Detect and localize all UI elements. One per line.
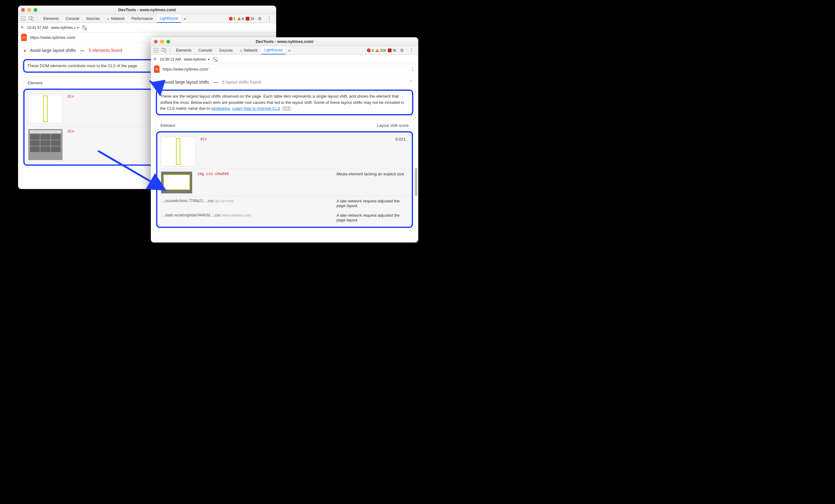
learn-more-link[interactable]: Learn how to improve CLS	[232, 106, 280, 111]
table-row[interactable]: div 0.021	[159, 134, 410, 169]
windowing-link[interactable]: windowing	[211, 106, 230, 111]
element-thumbnail	[161, 137, 195, 166]
coverage-badge[interactable]: 75	[388, 48, 396, 52]
chevron-up-icon[interactable]: ⌃	[410, 80, 413, 85]
new-report-icon[interactable]: +	[21, 24, 24, 31]
audit-header[interactable]: Avoid large layout shifts — 6 layout shi…	[156, 78, 413, 86]
highlighted-rows: div 0.021 img.css-o9w048 Media element l…	[156, 131, 413, 228]
tab-sources[interactable]: Sources	[216, 46, 236, 55]
gear-icon[interactable]: ⚙	[398, 48, 406, 53]
separator	[37, 16, 38, 21]
tab-performance[interactable]: Performance	[128, 14, 156, 23]
kebab-icon[interactable]: ⋮	[410, 66, 415, 72]
cause-text: A late network request adjusted the page…	[337, 213, 408, 222]
coverage-badge[interactable]: 19	[246, 17, 254, 21]
element-thumbnail	[161, 172, 192, 193]
lighthouse-subbar: + 10:39:13 AM - www.nytimes.	[151, 55, 418, 64]
table-row[interactable]: …static-assets/global-f449cfd….css (www.…	[159, 210, 410, 225]
devtools-tabstrip: Elements Console Sources Network Perform…	[18, 14, 276, 23]
element-code: img.css-o9w048	[197, 172, 229, 176]
element-code: div	[67, 94, 74, 99]
report-select[interactable]: 10:41:57 AM - www.nytimes.c	[27, 25, 79, 30]
resource-path: …css/web-fonts.7705b21….css (g1.nyt.com)	[161, 199, 331, 203]
col-element: Element	[161, 123, 176, 128]
error-badge[interactable]: 1	[229, 17, 236, 21]
tab-sources[interactable]: Sources	[83, 14, 103, 23]
lighthouse-icon	[154, 66, 160, 73]
warning-badge[interactable]: 6	[237, 17, 244, 21]
report-select[interactable]: 10:39:13 AM - www.nytimes.	[160, 57, 210, 62]
audit-description: These are the largest layout shifts obse…	[156, 89, 413, 115]
report-body: Avoid large layout shifts — 6 layout shi…	[151, 75, 418, 243]
resource-path: …static-assets/global-f449cfd….css (www.…	[161, 213, 331, 217]
tab-network[interactable]: Network	[236, 46, 261, 55]
shift-score: 0.021	[395, 137, 408, 142]
tab-elements[interactable]: Elements	[173, 46, 195, 55]
element-code: div	[67, 129, 74, 133]
coverage-count: 75	[392, 48, 396, 52]
table-row[interactable]: …css/web-fonts.7705b21….css (g1.nyt.com)…	[159, 196, 410, 210]
table-row[interactable]: img.css-o9w048 Media element lacking an …	[159, 169, 410, 196]
element-code: div	[200, 137, 207, 141]
device-icon[interactable]	[161, 48, 166, 53]
tab-lighthouse[interactable]: Lighthouse	[261, 46, 286, 55]
gear-icon[interactable]: ⚙	[256, 16, 264, 21]
cause-text: Media element lacking an explicit size	[337, 172, 408, 176]
scrollbar[interactable]	[415, 168, 418, 243]
coverage-count: 19	[250, 17, 254, 21]
window-title: DevTools - www.nytimes.com/	[18, 7, 276, 12]
status-area: 1 6 19 ⚙ ⋮	[229, 16, 275, 21]
svg-rect-2	[32, 17, 33, 21]
window-title: DevTools - www.nytimes.com/	[151, 39, 418, 44]
audit-table: Element Layout shift score div 0.021 img…	[156, 120, 413, 228]
audited-url: https://www.nytimes.com/	[30, 35, 76, 40]
error-count: 3	[372, 48, 373, 52]
error-count: 1	[233, 17, 236, 21]
tab-lighthouse[interactable]: Lighthouse	[157, 14, 181, 23]
tab-network[interactable]: Network	[104, 14, 128, 23]
triangle-icon: ▲	[23, 48, 27, 52]
table-header: Element Layout shift score	[156, 120, 413, 131]
separator	[170, 47, 170, 53]
lighthouse-icon	[21, 34, 27, 41]
clear-icon[interactable]	[213, 57, 218, 62]
titlebar: DevTools - www.nytimes.com/	[18, 6, 276, 14]
more-tabs-icon[interactable]: »	[286, 48, 293, 53]
inspect-icon[interactable]	[153, 48, 158, 53]
cause-text: A late network request adjusted the page…	[337, 199, 408, 208]
error-badge[interactable]: 3	[367, 48, 373, 52]
status-area: 3 219 75 ⚙ ⋮	[367, 47, 417, 53]
more-tabs-icon[interactable]: »	[182, 16, 188, 21]
svg-rect-5	[164, 49, 166, 52]
warning-count: 219	[380, 48, 386, 52]
lighthouse-subbar: + 10:41:57 AM - www.nytimes.c	[18, 23, 276, 32]
clear-icon[interactable]	[82, 25, 87, 30]
new-report-icon[interactable]: +	[153, 56, 157, 63]
tab-console[interactable]: Console	[62, 14, 82, 23]
warning-count: 6	[242, 17, 244, 21]
kebab-icon[interactable]: ⋮	[266, 16, 273, 21]
kebab-icon[interactable]: ⋮	[408, 47, 415, 53]
tab-console[interactable]: Console	[195, 46, 215, 55]
devtools-tabstrip: Elements Console Sources Network Lightho…	[151, 46, 418, 55]
col-element: Element	[28, 81, 43, 85]
audit-count: 6 layout shifts found	[222, 80, 261, 85]
audit-title: Avoid large layout shifts	[163, 80, 209, 85]
audit-title: Avoid large layout shifts	[30, 48, 76, 53]
audit-count: 5 elements found	[89, 48, 122, 53]
inspect-icon[interactable]	[21, 16, 25, 21]
audited-url: https://www.nytimes.com/	[163, 67, 208, 71]
device-icon[interactable]	[28, 16, 34, 21]
warning-badge[interactable]: 219	[375, 48, 386, 52]
circle-icon	[156, 80, 160, 84]
col-score: Layout shift score	[377, 123, 409, 128]
element-thumbnail	[28, 129, 62, 160]
tab-elements[interactable]: Elements	[40, 14, 62, 23]
dash: —	[212, 80, 219, 85]
element-thumbnail	[28, 94, 62, 124]
devtools-window-right: DevTools - www.nytimes.com/ Elements Con…	[151, 37, 418, 243]
dash: —	[79, 48, 86, 53]
titlebar: DevTools - www.nytimes.com/	[151, 37, 418, 46]
url-row: https://www.nytimes.com/ ⋮	[151, 64, 418, 75]
cls-badge: CLS	[282, 107, 291, 111]
